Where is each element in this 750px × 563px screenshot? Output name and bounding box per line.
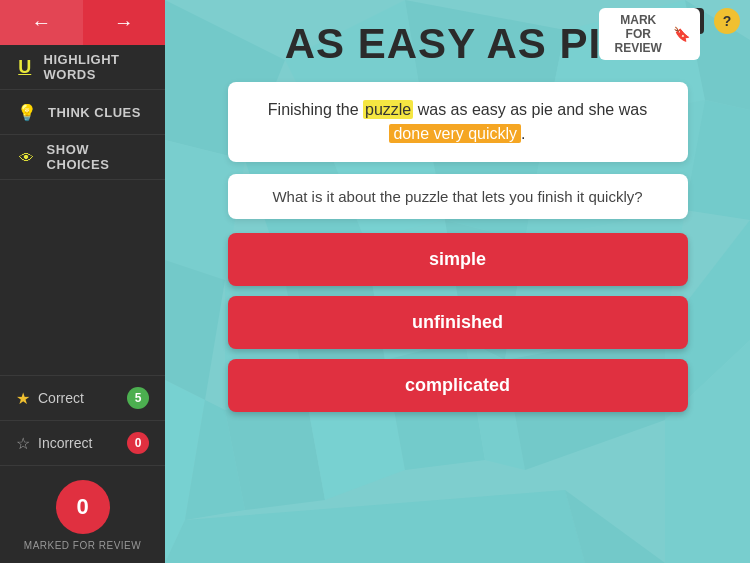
highlighted-phrase: done very quickly bbox=[389, 124, 521, 143]
mark-for-review-button[interactable]: MARK FOR REVIEW 🔖 bbox=[599, 8, 700, 60]
correct-label: Correct bbox=[38, 390, 127, 406]
think-clues-label: THINK CLUES bbox=[48, 105, 141, 120]
sidebar-item-show-choices[interactable]: 👁 SHOW CHOICES bbox=[0, 135, 165, 180]
sidebar-spacer bbox=[0, 180, 165, 375]
content-area: AS EASY AS PIE Finishing the puzzle was … bbox=[165, 0, 750, 422]
show-choices-label: SHOW CHOICES bbox=[47, 142, 149, 172]
incorrect-count: 0 bbox=[127, 432, 149, 454]
sidebar-item-highlight-words[interactable]: U HIGHLIGHT WORDS bbox=[0, 45, 165, 90]
bulb-icon: 💡 bbox=[16, 103, 38, 122]
choice-simple-button[interactable]: simple bbox=[228, 233, 688, 286]
choice-unfinished-button[interactable]: unfinished bbox=[228, 296, 688, 349]
sidebar-item-think-clues[interactable]: 💡 THINK CLUES bbox=[0, 90, 165, 135]
star-outline-icon: ☆ bbox=[16, 434, 30, 453]
top-bar: MARK FOR REVIEW 🔖 🎭 Mazie ▼ ? bbox=[599, 0, 750, 42]
highlight-words-label: HIGHLIGHT WORDS bbox=[44, 52, 149, 82]
choice-complicated-button[interactable]: complicated bbox=[228, 359, 688, 412]
correct-count: 5 bbox=[127, 387, 149, 409]
eye-icon: 👁 bbox=[16, 149, 37, 166]
incorrect-label: Incorrect bbox=[38, 435, 127, 451]
sentence-middle: was as easy as pie and she was bbox=[413, 101, 647, 118]
main-area: MARK FOR REVIEW 🔖 🎭 Mazie ▼ ? AS EASY AS… bbox=[165, 0, 750, 563]
review-count: 0 bbox=[56, 480, 110, 534]
bookmark-icon: 🔖 bbox=[673, 26, 690, 42]
back-button[interactable]: ← bbox=[0, 0, 83, 45]
highlighted-word: puzzle bbox=[363, 100, 413, 119]
question-text: What is it about the puzzle that lets yo… bbox=[272, 188, 642, 205]
star-icon: ★ bbox=[16, 389, 30, 408]
underline-icon: U bbox=[16, 57, 34, 78]
review-label: MARKED FOR REVIEW bbox=[24, 540, 141, 551]
nav-arrows: ← → bbox=[0, 0, 165, 45]
incorrect-stat: ☆ Incorrect 0 bbox=[0, 420, 165, 465]
question-card: What is it about the puzzle that lets yo… bbox=[228, 174, 688, 219]
forward-button[interactable]: → bbox=[83, 0, 166, 45]
mark-review-label: MARK FOR REVIEW bbox=[609, 13, 667, 55]
marked-for-review-box: 0 MARKED FOR REVIEW bbox=[0, 465, 165, 563]
sentence-card: Finishing the puzzle was as easy as pie … bbox=[228, 82, 688, 162]
sentence-before: Finishing the bbox=[268, 101, 363, 118]
correct-stat: ★ Correct 5 bbox=[0, 375, 165, 420]
idiom-title: AS EASY AS PIE bbox=[285, 20, 630, 68]
sentence-after: . bbox=[521, 125, 525, 142]
help-button[interactable]: ? bbox=[714, 8, 740, 34]
sidebar: ← → U HIGHLIGHT WORDS 💡 THINK CLUES 👁 SH… bbox=[0, 0, 165, 563]
